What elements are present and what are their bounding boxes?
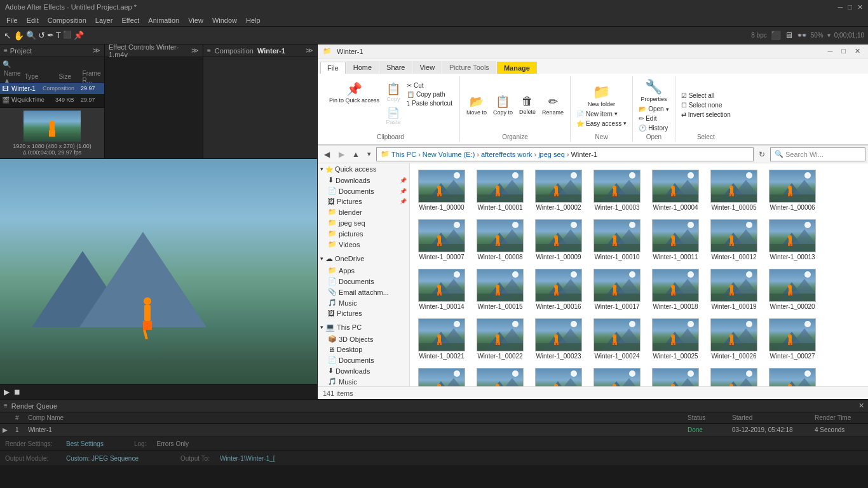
file-item[interactable]: Winter-1_00018 — [648, 266, 703, 313]
tool-select[interactable]: ↖ — [4, 30, 11, 41]
sidebar-item-downloads-pc[interactable]: ⬇ Downloads — [318, 365, 409, 376]
move-to-btn[interactable]: 📂 Move to — [464, 93, 489, 117]
delete-btn[interactable]: 🗑 Delete — [517, 93, 538, 116]
fe-close-btn[interactable]: ✕ — [852, 47, 863, 55]
new-folder-btn[interactable]: 📁 New folder — [574, 83, 628, 109]
effect-controls-expand[interactable]: ≫ — [191, 46, 199, 55]
file-item[interactable]: Winter-1_00015 — [472, 266, 528, 313]
minimize-btn[interactable]: ─ — [838, 3, 843, 11]
copy-to-btn[interactable]: 📋 Copy to — [491, 93, 515, 117]
history-btn[interactable]: 🕐 History — [637, 124, 670, 132]
file-item[interactable]: Winter-1_00025 — [648, 316, 703, 363]
sidebar-item-documents-od[interactable]: 📄 Documents — [318, 276, 409, 287]
file-item[interactable]: Winter-1_00014 — [414, 266, 470, 313]
vr-btn[interactable]: 👓 — [797, 30, 807, 40]
tab-file[interactable]: File — [320, 62, 346, 74]
file-item[interactable]: Winter-1_00005 — [706, 167, 762, 214]
file-item[interactable]: Winter-1_00012 — [706, 217, 762, 264]
recent-btn[interactable]: ▾ — [364, 148, 374, 161]
sidebar-item-apps[interactable]: 📁 Apps — [318, 265, 409, 276]
project-panel-expand[interactable]: ≫ — [93, 46, 100, 55]
file-item[interactable]: Winter-1_00009 — [531, 217, 587, 264]
file-item[interactable]: Winter-1_00006 — [764, 167, 820, 214]
tool-text[interactable]: T — [56, 30, 61, 41]
open-btn[interactable]: 📂 Open ▾ — [637, 105, 670, 113]
sidebar-item-documents-qa[interactable]: 📄 Documents 📌 — [318, 186, 409, 196]
paste-btn[interactable]: 📄 Paste — [383, 105, 403, 126]
path-jpeg-seq[interactable]: jpeg seq — [538, 151, 565, 158]
select-all-btn[interactable]: ☑ Select all — [679, 92, 733, 100]
path-this-pc[interactable]: This PC — [391, 151, 416, 158]
sidebar-item-downloads-qa[interactable]: ⬇ Downloads 📌 — [318, 175, 409, 186]
sidebar-onedrive[interactable]: ▾ ☁ OneDrive — [318, 252, 409, 265]
tool-shape[interactable]: ⬛ — [63, 30, 72, 41]
path-winter[interactable]: Winter-1 — [571, 151, 597, 158]
edit-btn[interactable]: ✏ Edit — [637, 114, 670, 123]
easy-access-btn[interactable]: ⭐ Easy access ▾ — [574, 119, 628, 128]
menu-view[interactable]: View — [184, 15, 207, 25]
cut-btn[interactable]: ✂ Cut — [405, 81, 454, 90]
file-item[interactable]: Winter-1_00020 — [764, 266, 820, 313]
up-btn[interactable]: ▲ — [349, 148, 362, 161]
project-item-video[interactable]: 🎬 Winter-1.m4v QuickTime 349 KB 29.97 — [0, 94, 104, 105]
render-settings-value[interactable]: Best Settings — [66, 440, 104, 447]
tool-puppet[interactable]: 📌 — [74, 30, 84, 41]
file-item[interactable]: Winter-1_00032 — [764, 365, 820, 386]
tab-share[interactable]: Share — [379, 61, 412, 74]
sidebar-item-music-pc[interactable]: 🎵 Music — [318, 376, 409, 386]
search-box[interactable]: 🔍 Search Wi... — [770, 147, 865, 161]
menu-window[interactable]: Window — [208, 15, 241, 25]
sidebar-this-pc[interactable]: ▾ 💻 This PC — [318, 321, 409, 334]
file-item[interactable]: Winter-1_00004 — [648, 167, 703, 214]
menu-layer[interactable]: Layer — [92, 15, 117, 25]
sidebar-item-documents-pc[interactable]: 📄 Documents — [318, 355, 409, 365]
file-item[interactable]: Winter-1_00028 — [414, 365, 470, 386]
rename-btn[interactable]: ✏ Rename — [539, 93, 566, 117]
file-item[interactable]: Winter-1_00008 — [472, 217, 528, 264]
file-item[interactable]: Winter-1_00024 — [589, 316, 645, 363]
sidebar-item-videos-qa[interactable]: 📁 Videos — [318, 239, 409, 250]
sidebar-quick-access[interactable]: ▾ ⭐ Quick access — [318, 163, 409, 175]
menu-effect[interactable]: Effect — [118, 15, 143, 25]
properties-btn[interactable]: 🔧 Properties — [637, 78, 670, 104]
output-to-value[interactable]: Winter-1\Winter-1_[ — [220, 455, 275, 462]
sidebar-item-pictures2[interactable]: 📁 pictures — [318, 228, 409, 239]
file-item[interactable]: Winter-1_00000 — [414, 167, 470, 214]
tool-zoom[interactable]: 🔍 — [26, 30, 36, 41]
pin-btn[interactable]: 📌 Pin to Quick access — [327, 80, 382, 105]
file-item[interactable]: Winter-1_00016 — [531, 266, 587, 313]
file-item[interactable]: Winter-1_00022 — [472, 316, 528, 363]
stop-btn[interactable]: ⏹ — [13, 388, 21, 396]
file-item[interactable]: Winter-1_00031 — [706, 365, 762, 386]
file-item[interactable]: Winter-1_00030 — [589, 365, 645, 386]
tab-home[interactable]: Home — [346, 61, 379, 74]
address-path[interactable]: 📁 This PC › New Volume (E:) › aftereffec… — [376, 147, 754, 161]
zoom-dropdown[interactable]: ▾ — [827, 32, 831, 39]
file-item[interactable]: Winter-1_00023 — [531, 316, 587, 363]
menu-animation[interactable]: Animation — [144, 15, 183, 25]
new-item-btn[interactable]: 📄 New item ▾ — [574, 110, 628, 118]
file-item[interactable]: Winter-1_00029 — [531, 365, 587, 386]
tab-manage[interactable]: Manage — [497, 62, 537, 74]
sidebar-item-pictures-qa[interactable]: 🖼 Pictures 📌 — [318, 196, 409, 207]
fe-minimize-btn[interactable]: ─ — [825, 47, 836, 55]
sidebar-item-pictures-od[interactable]: 🖼 Pictures — [318, 308, 409, 318]
file-item[interactable]: Winter-1_00021 — [414, 316, 470, 363]
file-item[interactable]: Winter-1_00019 — [706, 266, 762, 313]
file-item[interactable]: Winter-1_00017 — [589, 266, 645, 313]
back-btn[interactable]: ◀ — [320, 148, 333, 161]
file-item[interactable]: Winter-1_00027 — [764, 316, 820, 363]
file-item[interactable]: Winter-1_00001 — [472, 167, 528, 214]
menu-file[interactable]: File — [3, 15, 22, 25]
sidebar-item-blender[interactable]: 📁 blender — [318, 207, 409, 217]
refresh-btn[interactable]: ↻ — [756, 148, 768, 161]
monitor-btn[interactable]: 🖥 — [785, 30, 793, 40]
forward-btn[interactable]: ▶ — [335, 148, 348, 161]
tool-hand[interactable]: ✋ — [13, 30, 24, 41]
restore-btn[interactable]: □ — [848, 3, 852, 11]
file-item[interactable]: Winter-1_00007 — [414, 217, 470, 264]
output-module-value[interactable]: Custom: JPEG Sequence — [66, 455, 139, 462]
paste-shortcut-btn[interactable]: ⤵ Paste shortcut — [405, 99, 454, 107]
project-item-composition[interactable]: 🎞 Winter-1 Composition 29.97 — [0, 83, 104, 94]
file-item[interactable]: Winter-1_00011 — [648, 217, 703, 264]
